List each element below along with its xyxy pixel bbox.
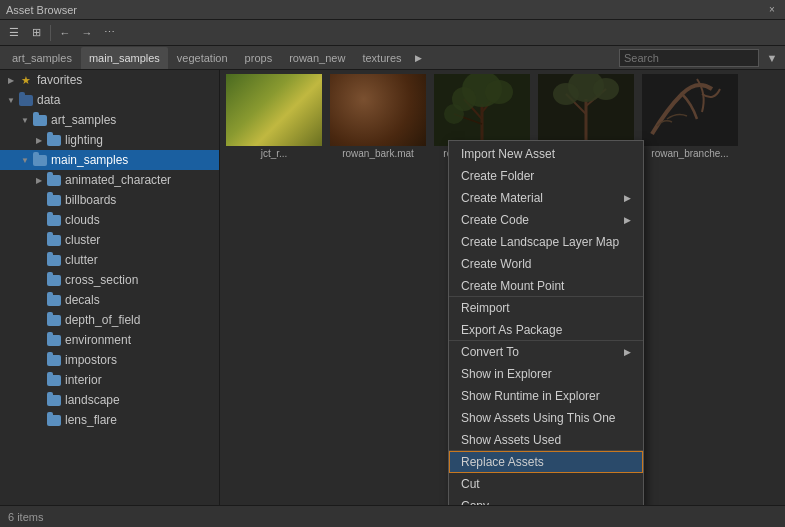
animated-character-label: animated_character <box>65 173 171 187</box>
sidebar-item-landscape[interactable]: landscape <box>0 390 219 410</box>
star-icon: ★ <box>18 73 34 87</box>
ctx-item-create-landscape-layer-map[interactable]: Create Landscape Layer Map <box>449 231 643 253</box>
tab-rowan-new[interactable]: rowan_new <box>281 47 353 69</box>
ctx-item-show-assets-used[interactable]: Show Assets Used <box>449 429 643 451</box>
art-samples-folder-icon <box>32 113 48 127</box>
tabs-bar: art_samples main_samples vegetation prop… <box>0 46 785 70</box>
cross-section-label: cross_section <box>65 273 138 287</box>
asset-item-jct[interactable]: jct_r... <box>224 74 324 159</box>
ctx-item-create-folder[interactable]: Create Folder <box>449 165 643 187</box>
ctx-item-reimport[interactable]: Reimport <box>449 297 643 319</box>
sidebar-item-cross-section[interactable]: cross_section <box>0 270 219 290</box>
content-area: jct_r... rowan_bark.mat <box>220 70 785 505</box>
ctx-arrow-material: ▶ <box>624 193 631 203</box>
ctx-item-copy[interactable]: Copy <box>449 495 643 505</box>
landscape-label: landscape <box>65 393 120 407</box>
sidebar-item-decals[interactable]: decals <box>0 290 219 310</box>
billboards-folder-icon <box>46 193 62 207</box>
sidebar-item-environment[interactable]: environment <box>0 330 219 350</box>
clutter-folder-icon <box>46 253 62 267</box>
tab-props[interactable]: props <box>237 47 281 69</box>
sidebar-item-clouds[interactable]: clouds <box>0 210 219 230</box>
arrow-main-samples <box>18 153 32 167</box>
sidebar-item-animated-character[interactable]: animated_character <box>0 170 219 190</box>
depth-of-field-folder-icon <box>46 313 62 327</box>
lighting-folder-icon <box>46 133 62 147</box>
title-bar-title: Asset Browser <box>6 4 765 16</box>
cross-section-folder-icon <box>46 273 62 287</box>
svg-rect-16 <box>642 74 738 146</box>
main-samples-folder-icon <box>32 153 48 167</box>
sidebar-item-data[interactable]: data <box>0 90 219 110</box>
asset-item-branch3[interactable]: rowan_branche... <box>640 74 740 159</box>
ctx-item-show-in-explorer[interactable]: Show in Explorer <box>449 363 643 385</box>
svg-point-8 <box>444 104 464 124</box>
main-samples-label: main_samples <box>51 153 128 167</box>
ctx-item-show-assets-using[interactable]: Show Assets Using This One <box>449 407 643 429</box>
ctx-item-create-mount-point[interactable]: Create Mount Point <box>449 275 643 297</box>
lens-flare-label: lens_flare <box>65 413 117 427</box>
tab-main-samples[interactable]: main_samples <box>81 47 168 69</box>
asset-item-bark[interactable]: rowan_bark.mat <box>328 74 428 159</box>
ctx-item-import-new-asset[interactable]: Import New Asset <box>449 143 643 165</box>
asset-thumb-branch1 <box>434 74 530 146</box>
lighting-label: lighting <box>65 133 103 147</box>
tab-art-samples[interactable]: art_samples <box>4 47 80 69</box>
search-input[interactable] <box>619 49 759 67</box>
menu-icon[interactable]: ☰ <box>4 23 24 43</box>
favorites-label: favorites <box>37 73 82 87</box>
sidebar-item-clutter[interactable]: clutter <box>0 250 219 270</box>
ctx-item-show-runtime-in-explorer[interactable]: Show Runtime in Explorer <box>449 385 643 407</box>
ctx-item-cut[interactable]: Cut <box>449 473 643 495</box>
sidebar-item-lens-flare[interactable]: lens_flare <box>0 410 219 430</box>
cluster-label: cluster <box>65 233 100 247</box>
impostors-label: impostors <box>65 353 117 367</box>
more-icon[interactable]: ⋯ <box>99 23 119 43</box>
sidebar-item-favorites[interactable]: ★ favorites <box>0 70 219 90</box>
animated-character-folder-icon <box>46 173 62 187</box>
ctx-item-create-material[interactable]: Create Material ▶ <box>449 187 643 209</box>
forward-icon[interactable]: → <box>77 23 97 43</box>
sidebar-item-main-samples[interactable]: main_samples <box>0 150 219 170</box>
interior-label: interior <box>65 373 102 387</box>
sidebar-item-lighting[interactable]: lighting <box>0 130 219 150</box>
sidebar-item-art-samples[interactable]: art_samples <box>0 110 219 130</box>
environment-folder-icon <box>46 333 62 347</box>
asset-thumb-jct <box>226 74 322 146</box>
main-layout: ★ favorites data art_samples li <box>0 70 785 505</box>
sidebar-item-impostors[interactable]: impostors <box>0 350 219 370</box>
filter-icon[interactable]: ▼ <box>763 49 781 67</box>
svg-point-14 <box>553 83 579 105</box>
sidebar-item-billboards[interactable]: billboards <box>0 190 219 210</box>
arrow-data <box>4 93 18 107</box>
ctx-arrow-code: ▶ <box>624 215 631 225</box>
ctx-item-create-world[interactable]: Create World <box>449 253 643 275</box>
close-button[interactable]: × <box>765 3 779 17</box>
status-text: 6 items <box>8 511 43 523</box>
asset-thumb-bark <box>330 74 426 146</box>
tab-textures[interactable]: textures <box>354 47 409 69</box>
svg-point-15 <box>593 78 619 100</box>
decals-label: decals <box>65 293 100 307</box>
art-samples-label: art_samples <box>51 113 116 127</box>
sidebar-item-interior[interactable]: interior <box>0 370 219 390</box>
asset-thumb-branch2 <box>538 74 634 146</box>
ctx-item-export-as-package[interactable]: Export As Package <box>449 319 643 341</box>
ctx-item-replace-assets[interactable]: Replace Assets <box>449 451 643 473</box>
ctx-item-convert-to[interactable]: Convert To ▶ <box>449 341 643 363</box>
arrow-animated-character <box>32 173 46 187</box>
decals-folder-icon <box>46 293 62 307</box>
ctx-item-create-code[interactable]: Create Code ▶ <box>449 209 643 231</box>
grid-icon[interactable]: ⊞ <box>26 23 46 43</box>
lens-flare-folder-icon <box>46 413 62 427</box>
data-label: data <box>37 93 60 107</box>
toolbar-separator <box>50 25 51 41</box>
tab-vegetation[interactable]: vegetation <box>169 47 236 69</box>
arrow-favorites <box>4 73 18 87</box>
tab-scroll-right[interactable]: ▶ <box>411 47 427 69</box>
back-icon[interactable]: ← <box>55 23 75 43</box>
interior-folder-icon <box>46 373 62 387</box>
sidebar-item-cluster[interactable]: cluster <box>0 230 219 250</box>
sidebar-item-depth-of-field[interactable]: depth_of_field <box>0 310 219 330</box>
context-menu: Import New Asset Create Folder Create Ma… <box>448 140 644 505</box>
